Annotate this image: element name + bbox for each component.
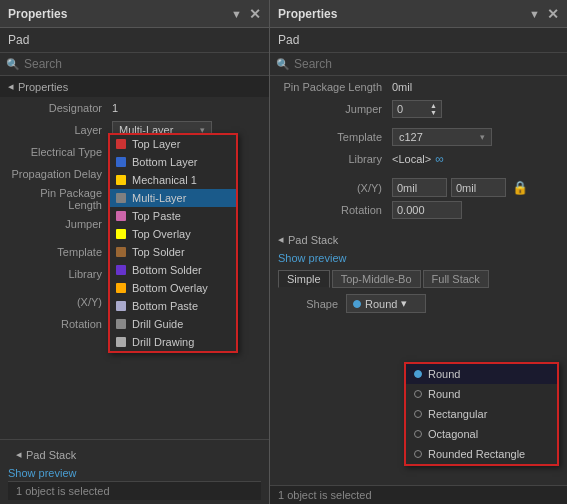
shape-item-round-2[interactable]: Round <box>406 384 557 404</box>
right-pad-stack-arrow: ◂ <box>278 233 284 246</box>
layer-item-bottom-solder[interactable]: Bottom Solder <box>110 261 236 279</box>
right-x-input[interactable] <box>392 178 447 197</box>
designator-row: Designator 1 <box>0 97 269 119</box>
top-paste-label: Top Paste <box>132 210 181 222</box>
right-template-dropdown[interactable]: c127 ▾ <box>392 128 492 146</box>
bottom-solder-dot <box>116 265 126 275</box>
right-header-icons: ▼ ✕ <box>526 7 559 21</box>
left-pad-label: Pad <box>0 28 269 53</box>
propagation-delay-label: Propagation Delay <box>8 168 108 180</box>
layer-item-drill-drawing[interactable]: Drill Drawing <box>110 333 236 351</box>
bottom-overlay-dot <box>116 283 126 293</box>
right-status-bar: 1 object is selected <box>270 485 567 504</box>
left-panel-title: Properties <box>8 7 67 21</box>
left-search-input[interactable] <box>24 57 263 71</box>
right-rotation-label: Rotation <box>278 204 388 216</box>
filter-icon[interactable]: ▼ <box>228 7 245 21</box>
right-stack-tabs: Simple Top-Middle-Bo Full Stack <box>270 270 567 288</box>
layer-item-top-solder[interactable]: Top Solder <box>110 243 236 261</box>
jumper-label: Jumper <box>8 218 108 230</box>
right-pin-package-row: Pin Package Length 0mil <box>270 76 567 98</box>
bottom-paste-dot <box>116 301 126 311</box>
right-library-label: Library <box>278 153 388 165</box>
electrical-type-label: Electrical Type <box>8 146 108 158</box>
jumper-spin-up[interactable]: ▲ <box>430 102 437 109</box>
left-show-preview[interactable]: Show preview <box>8 465 261 481</box>
mechanical-label: Mechanical 1 <box>132 174 197 186</box>
top-layer-dot <box>116 139 126 149</box>
right-jumper-spinbox[interactable]: 0 ▲ ▼ <box>392 100 442 118</box>
layer-item-bottom-overlay[interactable]: Bottom Overlay <box>110 279 236 297</box>
layer-item-mechanical[interactable]: Mechanical 1 <box>110 171 236 189</box>
layer-item-top-layer[interactable]: Top Layer <box>110 135 236 153</box>
bottom-layer-dot <box>116 157 126 167</box>
right-pad-stack-header: ◂ Pad Stack <box>270 229 567 250</box>
left-pad-stack-header: ◂ Pad Stack <box>8 444 261 465</box>
right-pin-package-value: 0mil <box>392 81 412 93</box>
tab-simple[interactable]: Simple <box>278 270 330 288</box>
top-overlay-label: Top Overlay <box>132 228 191 240</box>
top-paste-dot <box>116 211 126 221</box>
shape-item-rounded-rectangle[interactable]: Rounded Rectangle <box>406 444 557 464</box>
right-show-preview[interactable]: Show preview <box>278 250 559 266</box>
shape-item-octagonal[interactable]: Octagonal <box>406 424 557 444</box>
right-shape-dropdown-btn[interactable]: Round ▾ <box>346 294 426 313</box>
section-label: Properties <box>18 81 68 93</box>
bottom-layer-label: Bottom Layer <box>132 156 197 168</box>
xy-label-left: (X/Y) <box>8 296 108 308</box>
close-icon[interactable]: ✕ <box>249 7 261 21</box>
designator-value: 1 <box>112 102 261 114</box>
right-library-row: Library <Local> ∞ <box>270 148 567 170</box>
jumper-spin-down[interactable]: ▼ <box>430 109 437 116</box>
layer-item-multi-layer[interactable]: Multi-Layer <box>110 189 236 207</box>
tab-full-stack[interactable]: Full Stack <box>423 270 489 288</box>
drill-drawing-label: Drill Drawing <box>132 336 194 348</box>
right-lock-icon[interactable]: 🔒 <box>510 178 530 197</box>
left-header-icons: ▼ ✕ <box>228 7 261 21</box>
right-filter-icon[interactable]: ▼ <box>526 7 543 21</box>
left-panel-header: Properties ▼ ✕ <box>0 0 269 28</box>
rotation-label-left: Rotation <box>8 318 108 330</box>
layer-item-drill-guide[interactable]: Drill Guide <box>110 315 236 333</box>
left-section-header[interactable]: ◂ Properties <box>0 76 269 97</box>
library-label-left: Library <box>8 268 108 280</box>
top-layer-label: Top Layer <box>132 138 180 150</box>
shape-octagonal-dot <box>414 430 422 438</box>
layer-item-bottom-layer[interactable]: Bottom Layer <box>110 153 236 171</box>
shape-rectangular-dot <box>414 410 422 418</box>
shape-round-1-dot <box>414 370 422 378</box>
layer-label: Layer <box>8 124 108 136</box>
shape-item-round-1[interactable]: Round <box>406 364 557 384</box>
right-close-icon[interactable]: ✕ <box>547 7 559 21</box>
layer-item-bottom-paste[interactable]: Bottom Paste <box>110 297 236 315</box>
top-solder-dot <box>116 247 126 257</box>
layer-item-top-overlay[interactable]: Top Overlay <box>110 225 236 243</box>
bottom-overlay-label: Bottom Overlay <box>132 282 208 294</box>
left-pad-stack-title: Pad Stack <box>26 449 76 461</box>
designator-label: Designator <box>8 102 108 114</box>
bottom-paste-label: Bottom Paste <box>132 300 198 312</box>
right-library-link-icon[interactable]: ∞ <box>435 152 444 166</box>
multi-layer-dot <box>116 193 126 203</box>
right-pad-stack-title: Pad Stack <box>288 234 338 246</box>
bottom-solder-label: Bottom Solder <box>132 264 202 276</box>
right-template-controls: c127 ▾ <box>392 128 492 146</box>
shape-round-2-dot <box>414 390 422 398</box>
layer-item-top-paste[interactable]: Top Paste <box>110 207 236 225</box>
right-panel-title: Properties <box>278 7 337 21</box>
shape-rounded-rect-label: Rounded Rectangle <box>428 448 525 460</box>
tab-top-middle-bottom[interactable]: Top-Middle-Bo <box>332 270 421 288</box>
shape-item-rectangular[interactable]: Rectangular <box>406 404 557 424</box>
right-y-input[interactable] <box>451 178 506 197</box>
right-jumper-label: Jumper <box>278 103 388 115</box>
right-shape-arrow: ▾ <box>401 297 407 310</box>
right-rotation-input[interactable] <box>392 201 462 219</box>
right-xy-label: (X/Y) <box>278 182 388 194</box>
right-template-label: Template <box>278 131 388 143</box>
right-library-value: <Local> <box>392 153 431 165</box>
right-search-input[interactable] <box>294 57 561 71</box>
right-pad-label: Pad <box>270 28 567 53</box>
right-shape-label: Shape <box>278 298 338 310</box>
right-search-bar: 🔍 <box>270 53 567 76</box>
shape-round-2-label: Round <box>428 388 460 400</box>
